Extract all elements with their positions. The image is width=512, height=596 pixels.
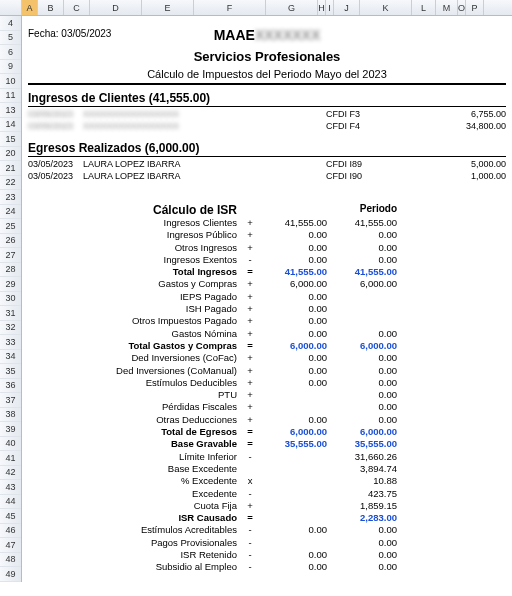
row-header-11[interactable]: 11: [0, 89, 21, 104]
row-header-6[interactable]: 6: [0, 45, 21, 60]
row-header-29[interactable]: 29: [0, 277, 21, 292]
calc-col1: 41,555.00: [257, 266, 327, 278]
col-header-G[interactable]: G: [266, 0, 318, 15]
row-header-24[interactable]: 24: [0, 205, 21, 220]
row-header-5[interactable]: 5: [0, 31, 21, 46]
calc-row: Gastos y Compras+6,000.006,000.00: [28, 278, 506, 290]
row-header-41[interactable]: 41: [0, 451, 21, 466]
tx-cfdi: CFDI I90: [326, 171, 446, 181]
tx-amount: 6,755.00: [446, 109, 506, 119]
row-header-10[interactable]: 10: [0, 74, 21, 89]
row-header-36[interactable]: 36: [0, 379, 21, 394]
calc-col1: [257, 401, 327, 413]
row-header-34[interactable]: 34: [0, 350, 21, 365]
calc-op: +: [243, 328, 257, 340]
col-header-F[interactable]: F: [194, 0, 266, 15]
row-header-28[interactable]: 28: [0, 263, 21, 278]
calc-col1: 0.00: [257, 549, 327, 561]
calc-label: Ingresos Público: [28, 229, 243, 241]
col-header-A[interactable]: A: [22, 0, 38, 15]
calc-label: Otros Ingresos: [28, 242, 243, 254]
col-header-O[interactable]: O: [458, 0, 466, 15]
calc-label: Pérdidas Fiscales: [28, 401, 243, 413]
calc-col2: 0.00: [327, 401, 397, 413]
col-header-C[interactable]: C: [64, 0, 90, 15]
calc-col2: [327, 315, 397, 327]
calc-row: Ingresos Clientes+41,555.0041,555.00: [28, 217, 506, 229]
row-header-21[interactable]: 21: [0, 161, 21, 176]
row-header-9[interactable]: 9: [0, 60, 21, 75]
row-header-37[interactable]: 37: [0, 393, 21, 408]
col-header-M[interactable]: M: [436, 0, 458, 15]
row-header-32[interactable]: 32: [0, 321, 21, 336]
row-headers[interactable]: 4569101113141520212223242526272829303132…: [0, 16, 22, 582]
calc-row: Subsidio al Empleo-0.000.00: [28, 561, 506, 573]
calc-col1: 6,000.00: [257, 278, 327, 290]
row-header-31[interactable]: 31: [0, 306, 21, 321]
calc-col2: 3,894.74: [327, 463, 397, 475]
col-header-L[interactable]: L: [412, 0, 436, 15]
row-header-42[interactable]: 42: [0, 466, 21, 481]
row-header-38[interactable]: 38: [0, 408, 21, 423]
row-header-47[interactable]: 47: [0, 538, 21, 553]
row-header-27[interactable]: 27: [0, 248, 21, 263]
col-header-H[interactable]: H: [318, 0, 326, 15]
col-header-B[interactable]: B: [38, 0, 64, 15]
calc-op: +: [243, 303, 257, 315]
calc-op: -: [243, 537, 257, 549]
calc-col2: 10.88: [327, 475, 397, 487]
col-header-D[interactable]: D: [90, 0, 142, 15]
row-header-44[interactable]: 44: [0, 495, 21, 510]
row-header-25[interactable]: 25: [0, 219, 21, 234]
tx-date: 03/05/2023: [28, 109, 83, 119]
row-header-43[interactable]: 43: [0, 480, 21, 495]
tx-date: 03/05/2023: [28, 171, 83, 181]
calc-op: +: [243, 291, 257, 303]
calc-label: Estímulos Deducibles: [28, 377, 243, 389]
calc-op: +: [243, 217, 257, 229]
calc-col1: 0.00: [257, 328, 327, 340]
calc-row: Base Gravable=35,555.0035,555.00: [28, 438, 506, 450]
col-header-E[interactable]: E: [142, 0, 194, 15]
calc-op: -: [243, 549, 257, 561]
row-header-45[interactable]: 45: [0, 509, 21, 524]
calc-col2: 0.00: [327, 254, 397, 266]
calc-col1: 0.00: [257, 229, 327, 241]
row-header-33[interactable]: 33: [0, 335, 21, 350]
row-header-26[interactable]: 26: [0, 234, 21, 249]
calc-label: % Excedente: [28, 475, 243, 487]
calc-op: +: [243, 278, 257, 290]
col-header-K[interactable]: K: [360, 0, 412, 15]
col-header-I[interactable]: I: [326, 0, 334, 15]
calc-op: +: [243, 229, 257, 241]
calc-col1: [257, 488, 327, 500]
row-header-46[interactable]: 46: [0, 524, 21, 539]
calc-col1: 0.00: [257, 561, 327, 573]
row-header-22[interactable]: 22: [0, 176, 21, 191]
row-header-30[interactable]: 30: [0, 292, 21, 307]
tx-row: 03/05/2023LAURA LOPEZ IBARRACFDI I895,00…: [28, 159, 506, 169]
col-header-corner[interactable]: [0, 0, 22, 15]
row-header-14[interactable]: 14: [0, 118, 21, 133]
row-header-49[interactable]: 49: [0, 567, 21, 582]
row-header-35[interactable]: 35: [0, 364, 21, 379]
row-header-20[interactable]: 20: [0, 147, 21, 162]
row-header-39[interactable]: 39: [0, 422, 21, 437]
row-header-23[interactable]: 23: [0, 190, 21, 205]
row-header-48[interactable]: 48: [0, 553, 21, 568]
column-headers[interactable]: ABCDEFGHIJKLMOP: [0, 0, 512, 16]
calc-col1: 0.00: [257, 242, 327, 254]
calc-col1: [257, 451, 327, 463]
calc-label: Ingresos Exentos: [28, 254, 243, 266]
calc-label: Base Excedente: [28, 463, 243, 475]
row-header-15[interactable]: 15: [0, 132, 21, 147]
row-header-40[interactable]: 40: [0, 437, 21, 452]
calc-label: Límite Inferior: [28, 451, 243, 463]
col-header-J[interactable]: J: [334, 0, 360, 15]
row-header-13[interactable]: 13: [0, 103, 21, 118]
col-header-P[interactable]: P: [466, 0, 484, 15]
calc-label: Total Gastos y Compras: [28, 340, 243, 352]
calc-col2: 0.00: [327, 549, 397, 561]
row-header-4[interactable]: 4: [0, 16, 21, 31]
calc-op: =: [243, 340, 257, 352]
